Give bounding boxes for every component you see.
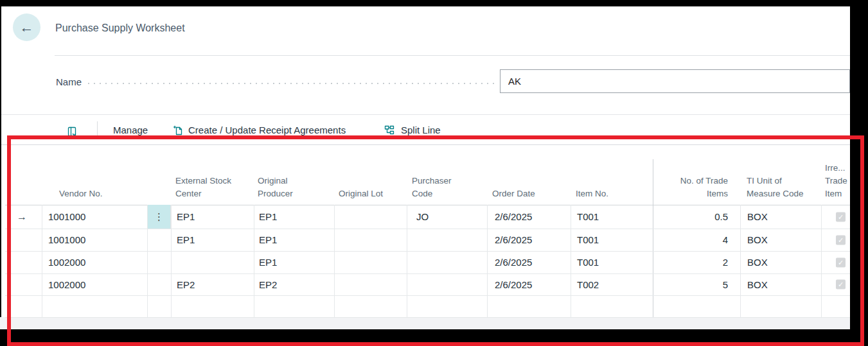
- toolbar-divider: [97, 121, 98, 137]
- column-header-external-stock-center[interactable]: External Stock Center: [175, 175, 231, 200]
- cell-item-no[interactable]: T001: [577, 229, 599, 251]
- table-row[interactable]: → 1001000 ⋮ EP1 EP1 JO 2/6/2025 T001 0.5…: [5, 205, 850, 229]
- cell-ti-unit-of-measure[interactable]: BOX: [747, 205, 768, 229]
- grid-hline: [5, 229, 850, 229]
- page-title: Purchase Supply Worksheet: [55, 22, 185, 34]
- column-header-ti-unit-of-measure-code[interactable]: TI Unit of Measure Code: [747, 175, 804, 200]
- check-icon: ✓: [838, 280, 844, 290]
- grid-vline: [171, 205, 172, 317]
- manage-menu-button[interactable]: Manage: [113, 123, 148, 137]
- name-field-label: Name: [56, 76, 82, 87]
- title-divider: [55, 55, 850, 56]
- cell-no-of-trade-items[interactable]: 4: [655, 229, 728, 251]
- checkbox-irre-trade-item[interactable]: ✓: [836, 280, 846, 290]
- cell-no-of-trade-items[interactable]: 5: [655, 273, 728, 295]
- grid-hline: [5, 251, 850, 252]
- grid-vline: [42, 205, 42, 317]
- cell-no-of-trade-items[interactable]: 2: [655, 251, 728, 273]
- grid-vline: [740, 205, 741, 317]
- cell-vendor-no[interactable]: 1001000: [48, 205, 85, 229]
- worksheet-icon[interactable]: [66, 126, 78, 137]
- table-row[interactable]: 1002000 EP2 EP2 2/6/2025 T002 5 BOX ✓: [5, 273, 850, 295]
- cell-ti-unit-of-measure[interactable]: BOX: [747, 273, 768, 295]
- back-arrow-icon: ←: [20, 19, 34, 36]
- cell-no-of-trade-items[interactable]: 0.5: [655, 205, 728, 229]
- grid-vline: [147, 205, 148, 317]
- table-row[interactable]: 1002000 EP1 2/6/2025 T001 2 BOX ✓: [5, 251, 850, 273]
- table-row[interactable]: 1001000 EP1 EP1 2/6/2025 T001 4 BOX ✓: [5, 229, 850, 251]
- cell-item-no[interactable]: T001: [577, 205, 599, 229]
- create-update-receipt-agreements-button[interactable]: Create / Update Receipt Agreements: [188, 123, 346, 137]
- checkbox-irre-trade-item[interactable]: ✓: [836, 212, 846, 221]
- grid-vline: [821, 205, 822, 317]
- grid-vline: [254, 205, 254, 317]
- grid-hline: [5, 317, 850, 318]
- check-icon: ✓: [838, 212, 844, 221]
- column-header-item-no[interactable]: Item No.: [576, 187, 608, 200]
- column-header-original-producer[interactable]: Original Producer: [258, 175, 293, 200]
- cell-original-producer[interactable]: EP2: [259, 273, 277, 295]
- cell-ti-unit-of-measure[interactable]: BOX: [747, 251, 768, 273]
- cell-original-producer[interactable]: EP1: [259, 205, 277, 229]
- cell-order-date[interactable]: 2/6/2025: [495, 205, 532, 229]
- column-header-original-lot[interactable]: Original Lot: [339, 187, 383, 200]
- check-icon: ✓: [838, 235, 844, 245]
- cell-vendor-no[interactable]: 1001000: [48, 229, 85, 251]
- cell-item-no[interactable]: T001: [577, 251, 599, 273]
- cell-order-date[interactable]: 2/6/2025: [495, 229, 532, 251]
- cell-item-no[interactable]: T002: [577, 273, 599, 295]
- name-input[interactable]: [500, 69, 850, 93]
- cell-ti-unit-of-measure[interactable]: BOX: [747, 229, 768, 251]
- cell-external-stock-center[interactable]: EP1: [177, 205, 195, 229]
- grid-vline: [407, 205, 407, 317]
- cell-purchaser-code[interactable]: JO: [416, 205, 429, 229]
- cell-original-producer[interactable]: EP1: [259, 229, 277, 251]
- column-header-vendor-no[interactable]: Vendor No.: [59, 187, 103, 200]
- cell-order-date[interactable]: 2/6/2025: [495, 251, 532, 273]
- grid-hline: [5, 273, 850, 274]
- checkbox-irre-trade-item[interactable]: ✓: [836, 257, 846, 267]
- toolbar-top-divider: [1, 114, 850, 115]
- grid-vline: [334, 205, 335, 317]
- column-header-no-of-trade-items[interactable]: No. of Trade Items: [655, 175, 728, 200]
- cell-vendor-no[interactable]: 1002000: [48, 273, 85, 295]
- grid-vline: [487, 205, 488, 317]
- column-header-irre-trade-item[interactable]: Irre... Trade Item: [825, 162, 847, 200]
- cell-vendor-no[interactable]: 1002000: [48, 251, 85, 273]
- cell-assist-ellipsis-button[interactable]: ⋮: [147, 205, 171, 229]
- cell-external-stock-center[interactable]: EP1: [177, 229, 195, 251]
- grid-vline: [571, 205, 571, 317]
- cell-order-date[interactable]: 2/6/2025: [495, 273, 532, 295]
- name-dotted-leader: [88, 83, 495, 84]
- checkbox-irre-trade-item[interactable]: ✓: [836, 235, 846, 245]
- create-update-receipt-agreements-icon: [172, 125, 184, 136]
- split-line-button[interactable]: Split Line: [401, 123, 441, 137]
- column-header-purchaser-code[interactable]: Purchaser Code: [412, 175, 452, 200]
- cell-original-producer[interactable]: EP1: [259, 251, 277, 273]
- split-line-icon: [384, 125, 395, 136]
- selected-row-arrow-icon: →: [17, 205, 27, 229]
- table-row-empty[interactable]: [5, 295, 850, 317]
- back-button[interactable]: ←: [13, 13, 40, 41]
- page-bottom-strip: [0, 317, 850, 329]
- check-icon: ✓: [838, 257, 844, 267]
- grid-hline: [5, 295, 850, 296]
- cell-external-stock-center[interactable]: EP2: [177, 273, 195, 295]
- column-header-order-date[interactable]: Order Date: [492, 187, 535, 200]
- toolbar-bottom-divider: [1, 144, 850, 145]
